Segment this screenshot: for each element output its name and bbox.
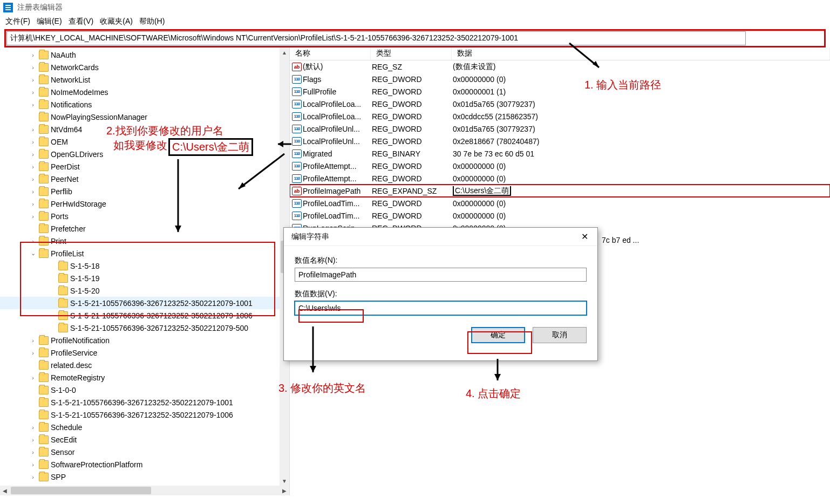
scroll-left-icon[interactable]: ◀ xyxy=(0,486,10,495)
tree-item[interactable]: ›OEM xyxy=(0,135,280,148)
expander-icon[interactable]: › xyxy=(29,139,37,145)
dialog-titlebar[interactable]: 编辑字符串 ✕ xyxy=(284,228,597,246)
tree-item[interactable]: S-1-0-0 xyxy=(0,384,280,396)
tree-item[interactable]: ›PeerNet xyxy=(0,173,280,185)
binary-value-icon: 110 xyxy=(291,149,303,158)
value-row[interactable]: 110ProfileLoadTim...REG_DWORD0x00000000 … xyxy=(290,209,830,222)
value-row[interactable]: 110MigratedREG_BINARY30 7e be 73 ec 60 d… xyxy=(290,147,830,160)
tree-item[interactable]: ›Schedule xyxy=(0,421,280,433)
menu-view[interactable]: 查看(V) xyxy=(69,17,94,26)
value-row[interactable]: 110LocalProfileLoa...REG_DWORD0x01d5a765… xyxy=(290,98,830,110)
address-input[interactable] xyxy=(10,34,742,43)
scroll-right-icon[interactable]: ▶ xyxy=(280,486,289,495)
column-type[interactable]: 类型 xyxy=(371,47,452,60)
expander-icon[interactable]: › xyxy=(29,374,37,381)
tree-item[interactable]: S-1-5-20 xyxy=(0,284,280,297)
expander-icon[interactable]: › xyxy=(29,461,37,468)
address-bar-highlight xyxy=(4,29,826,47)
tree-item-label: S-1-0-0 xyxy=(51,386,76,394)
tree-item[interactable]: ›NtVdm64 xyxy=(0,123,280,135)
tree-item[interactable]: S-1-5-19 xyxy=(0,272,280,284)
tree-item[interactable]: ›PeerDist xyxy=(0,160,280,173)
expander-icon[interactable]: ⌄ xyxy=(29,250,37,257)
expander-icon[interactable]: › xyxy=(29,52,37,58)
value-row[interactable]: ab(默认)REG_SZ(数值未设置) xyxy=(290,60,830,73)
value-row[interactable]: 110ProfileAttempt...REG_DWORD0x00000000 … xyxy=(290,172,830,185)
expander-icon[interactable]: › xyxy=(29,176,37,182)
dialog-data-field[interactable] xyxy=(295,301,587,315)
tree-item[interactable]: ›NetworkCards xyxy=(0,61,280,73)
dialog-close-button[interactable]: ✕ xyxy=(574,229,595,245)
tree-item[interactable]: ›Sensor xyxy=(0,446,280,458)
expander-icon[interactable]: › xyxy=(29,151,37,158)
menu-favorites[interactable]: 收藏夹(A) xyxy=(100,17,133,26)
tree-item[interactable]: ›SoftwareProtectionPlatform xyxy=(0,458,280,471)
tree-item[interactable]: ›Print xyxy=(0,235,280,247)
tree-scroll[interactable]: ›NaAuth›NetworkCards›NetworkList›NoImeMo… xyxy=(0,47,280,486)
expander-icon[interactable]: › xyxy=(29,238,37,244)
expander-icon[interactable]: › xyxy=(29,89,37,96)
menu-file[interactable]: 文件(F) xyxy=(5,17,30,26)
expander-icon[interactable]: › xyxy=(29,213,37,220)
value-row[interactable]: 110LocalProfileUnl...REG_DWORD0x2e818667… xyxy=(290,135,830,147)
tree-item[interactable]: ›ProfileNotification xyxy=(0,334,280,346)
value-data: 30 7e be 73 ec 60 d5 01 xyxy=(453,149,830,158)
tree-item[interactable]: ›SecEdit xyxy=(0,433,280,446)
menu-help[interactable]: 帮助(H) xyxy=(139,17,165,26)
value-row[interactable]: abProfileImagePathREG_EXPAND_SZC:\Users\… xyxy=(290,185,830,197)
tree-item[interactable]: ›ProfileService xyxy=(0,346,280,359)
expander-icon[interactable]: › xyxy=(29,350,37,356)
tree-item[interactable]: S-1-5-21-1055766396-3267123252-350221207… xyxy=(0,396,280,408)
menu-edit[interactable]: 编辑(E) xyxy=(37,17,62,26)
scroll-down-icon[interactable]: ▼ xyxy=(280,476,289,486)
expander-icon[interactable]: › xyxy=(29,437,37,443)
tree-item[interactable]: ›Ports xyxy=(0,210,280,222)
expander-icon[interactable]: › xyxy=(29,424,37,431)
expander-icon[interactable]: › xyxy=(29,337,37,344)
hscroll-thumb[interactable] xyxy=(11,487,151,494)
tree-item[interactable]: ›RemoteRegistry xyxy=(0,371,280,384)
expander-icon[interactable]: › xyxy=(29,126,37,133)
expander-icon[interactable]: › xyxy=(29,474,37,480)
address-bar[interactable] xyxy=(6,31,746,45)
tree-item[interactable]: S-1-5-21-1055766396-3267123252-350221207… xyxy=(0,408,280,421)
expander-icon[interactable]: › xyxy=(29,164,37,170)
scroll-up-icon[interactable]: ▲ xyxy=(280,47,289,57)
expander-icon[interactable]: › xyxy=(29,201,37,207)
ok-button[interactable]: 确定 xyxy=(471,327,525,343)
value-row[interactable]: 110ProfileAttempt...REG_DWORD0x00000000 … xyxy=(290,160,830,172)
tree-item[interactable]: S-1-5-21-1055766396-3267123252-350221207… xyxy=(0,297,280,309)
expander-icon[interactable]: › xyxy=(29,77,37,83)
binary-value-icon: 110 xyxy=(291,137,303,146)
expander-icon[interactable]: › xyxy=(29,188,37,195)
tree-item[interactable]: S-1-5-21-1055766396-3267123252-350221207… xyxy=(0,322,280,334)
dialog-name-field[interactable] xyxy=(295,268,587,282)
tree-item[interactable]: ›Notifications xyxy=(0,98,280,111)
tree-item[interactable]: ›NaAuth xyxy=(0,49,280,61)
tree-item[interactable]: NowPlayingSessionManager xyxy=(0,111,280,123)
tree-item[interactable]: S-1-5-21-1055766396-3267123252-350221207… xyxy=(0,309,280,322)
value-row[interactable]: 110LocalProfileUnl...REG_DWORD0x01d5a765… xyxy=(290,122,830,135)
dialog-body: 数值名称(N): 数值数据(V): 确定 取消 xyxy=(284,246,597,349)
tree-item[interactable]: ›OpenGLDrivers xyxy=(0,148,280,160)
tree-item[interactable]: ›PerHwIdStorage xyxy=(0,197,280,210)
value-row[interactable]: 110ProfileLoadTim...REG_DWORD0x00000000 … xyxy=(290,197,830,209)
expander-icon[interactable]: › xyxy=(29,101,37,108)
tree-item[interactable]: ›NoImeModeImes xyxy=(0,86,280,98)
tree-item[interactable]: ›SPP xyxy=(0,471,280,483)
tree-item[interactable]: S-1-5-18 xyxy=(0,260,280,272)
tree-item[interactable]: Prefetcher xyxy=(0,222,280,235)
tree-item[interactable]: ›NetworkList xyxy=(0,73,280,86)
tree-item[interactable]: related.desc xyxy=(0,359,280,371)
value-row[interactable]: 110FullProfileREG_DWORD0x00000001 (1) xyxy=(290,85,830,98)
tree-horizontal-scrollbar[interactable]: ◀ ▶ xyxy=(0,486,289,495)
column-data[interactable]: 数据 xyxy=(452,47,830,60)
value-row[interactable]: 110FlagsREG_DWORD0x00000000 (0) xyxy=(290,73,830,85)
column-name[interactable]: 名称 xyxy=(290,47,371,60)
expander-icon[interactable]: › xyxy=(29,64,37,71)
tree-item[interactable]: ›Perflib xyxy=(0,185,280,197)
tree-item[interactable]: ⌄ProfileList xyxy=(0,247,280,260)
expander-icon[interactable]: › xyxy=(29,449,37,455)
value-row[interactable]: 110LocalProfileLoa...REG_DWORD0x0cddcc55… xyxy=(290,110,830,122)
cancel-button[interactable]: 取消 xyxy=(533,327,587,343)
